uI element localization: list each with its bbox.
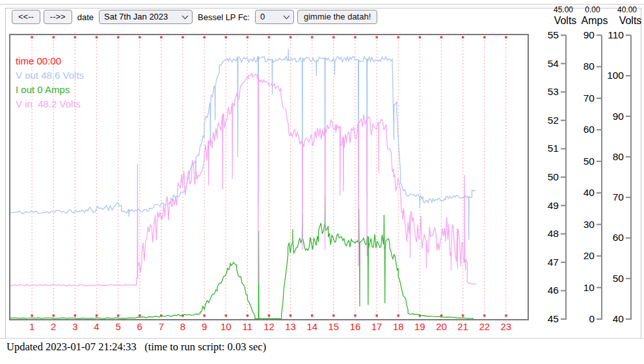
- date-select-value: Sat 7th Jan 2023: [104, 12, 168, 21]
- axis-tick-label-vin: 40: [595, 313, 624, 325]
- axis-tick-label-iout: 60: [566, 124, 595, 135]
- x-tick-label: 2: [44, 321, 63, 332]
- axis-tick-label-vin: 90: [595, 111, 624, 122]
- x-tick-label: 7: [152, 321, 171, 332]
- get-data-button[interactable]: gimmie the datah!: [297, 10, 377, 24]
- axis-tick-label-vout: 53: [530, 86, 559, 98]
- x-tick-label: 1: [22, 321, 42, 332]
- chevron-down-icon: [284, 13, 290, 20]
- axis-tick-label-iout: 50: [566, 156, 595, 167]
- date-label: date: [77, 12, 94, 22]
- axis-tick-label-vin: 100: [595, 70, 624, 81]
- chevron-down-icon: [182, 13, 189, 20]
- axis-tick-label-iout: 30: [566, 219, 595, 231]
- x-tick-label: 19: [410, 321, 429, 332]
- x-tick-label: 12: [260, 321, 279, 332]
- axis-tick-label-iout: 20: [566, 250, 595, 262]
- axis-tick-label-vin: 60: [595, 232, 624, 244]
- bottom-rule: [0, 338, 644, 339]
- axis-tick-label-vin: 110: [595, 29, 624, 41]
- axis-tick-label-vout: 54: [530, 58, 559, 70]
- x-tick-label: 9: [195, 321, 214, 332]
- axis-tick-label-vin: 70: [595, 191, 624, 203]
- axis-tick-label-iout: 10: [566, 282, 595, 294]
- axis-tick-label-vin: 50: [595, 273, 624, 285]
- bessel-label: Bessel LP Fc:: [198, 12, 250, 22]
- axis-tick-label-iout: 80: [566, 61, 595, 72]
- x-tick-label: 15: [324, 321, 343, 332]
- axis-tick-label-iout: 90: [566, 29, 595, 41]
- x-tick-label: 10: [216, 321, 235, 332]
- prev-day-button[interactable]: <<--: [12, 10, 40, 24]
- axis-tick-label-vout: 50: [530, 171, 559, 183]
- axis-tick-label-vout: 51: [530, 143, 559, 154]
- toolbar: <<-- -->> date Sat 7th Jan 2023 Bessel L…: [12, 8, 377, 25]
- x-tick-label: 13: [281, 321, 301, 332]
- axis-tick-label-iout: 0: [566, 313, 595, 325]
- axis-tick-label-vout: 45: [530, 313, 559, 325]
- x-tick-label: 3: [65, 321, 85, 332]
- axis-header-value-vin: 40.00: [608, 5, 644, 14]
- axis-unit-label-vin: Volts: [610, 15, 644, 27]
- x-tick-label: 5: [109, 321, 128, 332]
- top-rule: [0, 4, 644, 5]
- chart-plot-area[interactable]: [9, 34, 529, 320]
- axis-tick-label-vout: 55: [530, 29, 559, 41]
- x-tick-label: 18: [388, 321, 408, 332]
- date-select[interactable]: Sat 7th Jan 2023: [99, 10, 193, 24]
- x-tick-label: 6: [130, 321, 150, 332]
- bessel-select[interactable]: 0: [255, 10, 294, 24]
- axis-tick-label-vout: 46: [530, 285, 559, 296]
- x-tick-label: 16: [345, 321, 365, 332]
- bessel-select-value: 0: [260, 12, 265, 21]
- axis-tick-label-iout: 70: [566, 92, 595, 104]
- axis-tick-label-vout: 47: [530, 257, 559, 268]
- x-tick-label: 23: [496, 321, 516, 332]
- x-tick-label: 8: [173, 321, 193, 332]
- x-tick-label: 21: [453, 321, 473, 332]
- axis-tick-label-vout: 49: [530, 200, 559, 212]
- status-text: Updated 2023-01-07 21:24:33 (time to run…: [7, 341, 266, 354]
- next-day-button[interactable]: -->>: [44, 10, 72, 24]
- axis-tick-label-vin: 80: [595, 151, 624, 163]
- x-tick-label: 11: [237, 321, 257, 332]
- x-tick-label: 14: [302, 321, 322, 332]
- axis-header-value-iout: 0.00: [573, 5, 612, 14]
- axis-tick-label-iout: 40: [566, 187, 595, 199]
- x-tick-label: 4: [87, 321, 107, 332]
- axis-tick-label-vout: 52: [530, 115, 559, 126]
- x-tick-label: 20: [432, 321, 451, 332]
- axis-tick-label-vout: 48: [530, 228, 559, 240]
- x-tick-label: 17: [367, 321, 386, 332]
- x-tick-label: 22: [475, 321, 494, 332]
